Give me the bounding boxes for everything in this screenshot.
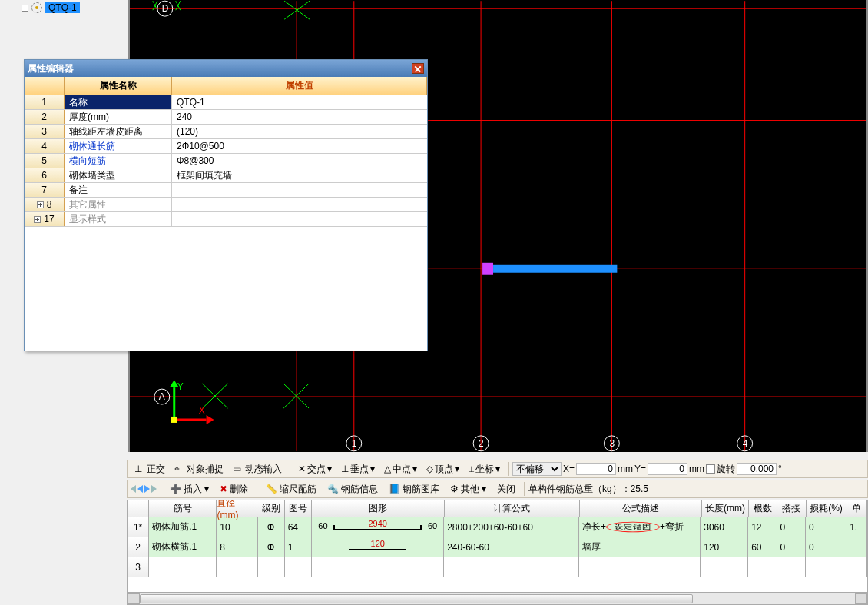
perp-button[interactable]: ⊥ 垂点 ▾ — [337, 461, 379, 477]
table-cell[interactable]: Φ — [258, 537, 285, 557]
expand-icon[interactable] — [37, 201, 44, 208]
hdr-extra[interactable]: 单 — [846, 500, 867, 517]
table-cell[interactable]: 10 — [217, 517, 257, 537]
scroll-right-icon[interactable] — [855, 593, 867, 604]
table-cell[interactable] — [285, 557, 313, 577]
y-input[interactable] — [648, 463, 687, 475]
property-row[interactable]: 8其它属性 — [25, 198, 427, 212]
rotate-input[interactable] — [737, 463, 777, 475]
scale-button[interactable]: 📏缩尺配筋 — [261, 481, 321, 497]
rebar-table[interactable]: 筋号 直径(mm) 级别 图号 图形 计算公式 公式描述 长度(mm) 根数 搭… — [127, 500, 868, 593]
osnap-button[interactable]: ⌖对象捕捉 — [171, 461, 227, 477]
table-cell[interactable]: 0 — [806, 517, 846, 537]
table-row[interactable]: 2砌体横筋.18Φ1120240-60-60墙厚1206000 — [128, 537, 867, 557]
table-cell[interactable]: 1. — [846, 517, 867, 537]
property-value[interactable] — [172, 183, 427, 197]
table-cell[interactable]: 60 — [748, 537, 777, 557]
formula-desc-cell[interactable]: 墙厚 — [579, 537, 701, 557]
property-row[interactable]: 17显示样式 — [25, 212, 427, 227]
close-icon[interactable] — [412, 63, 424, 74]
rebarlib-button[interactable]: 📘钢筋图库 — [384, 481, 444, 497]
hdr-tno[interactable]: 图号 — [285, 500, 312, 517]
shape-cell[interactable]: 120 — [312, 537, 444, 557]
coord-button[interactable]: ⟂ 坐标 ▾ — [465, 461, 504, 477]
table-cell[interactable]: 2 — [128, 537, 149, 557]
table-cell[interactable]: 3 — [128, 557, 149, 577]
offset-select[interactable]: 不偏移 — [512, 462, 562, 476]
table-cell[interactable] — [748, 557, 777, 577]
table-cell[interactable]: 2800+200+60-60+60 — [444, 517, 579, 537]
table-cell[interactable] — [149, 557, 217, 577]
rotate-checkbox[interactable] — [706, 464, 715, 474]
formula-desc-cell[interactable] — [579, 557, 701, 577]
table-cell[interactable]: 120 — [701, 537, 748, 557]
table-cell[interactable] — [806, 557, 846, 577]
x-input[interactable] — [576, 463, 616, 475]
property-value[interactable]: (120) — [172, 125, 427, 138]
table-cell[interactable]: 1 — [285, 537, 313, 557]
mid-button[interactable]: △ 中点 ▾ — [380, 461, 421, 477]
property-row[interactable]: 3轴线距左墙皮距离(120) — [25, 125, 427, 139]
property-row[interactable]: 5横向短筋Φ8@300 — [25, 154, 427, 168]
table-cell[interactable] — [444, 557, 579, 577]
property-editor-titlebar[interactable]: 属性编辑器 — [25, 60, 427, 77]
dyninput-button[interactable]: ▭动态输入 — [229, 461, 286, 477]
hdr-lvl[interactable]: 级别 — [257, 500, 284, 517]
close-panel-button[interactable]: 关闭 — [492, 481, 520, 497]
cross-button[interactable]: ✕ 交点 ▾ — [294, 461, 336, 477]
tree-item-qtq[interactable]: QTQ-1 — [22, 2, 80, 13]
hdr-desc[interactable]: 公式描述 — [580, 500, 702, 517]
scroll-thumb[interactable] — [140, 594, 693, 603]
table-cell[interactable] — [701, 557, 748, 577]
table-cell[interactable] — [217, 557, 257, 577]
scroll-left-icon[interactable] — [128, 593, 140, 604]
property-row[interactable]: 2厚度(mm)240 — [25, 110, 427, 125]
nav-next-icon[interactable] — [144, 485, 150, 493]
property-value[interactable]: 2Φ10@500 — [172, 139, 427, 153]
hdr-loss[interactable]: 损耗(%) — [807, 500, 847, 517]
property-value[interactable]: QTQ-1 — [172, 95, 427, 109]
ortho-button[interactable]: ⊥正交 — [131, 461, 169, 477]
hdr-bar[interactable]: 筋号 — [149, 500, 217, 517]
property-value[interactable] — [172, 198, 427, 211]
expand-icon[interactable] — [34, 216, 41, 223]
delete-button[interactable]: ✖删除 — [215, 481, 253, 497]
property-value[interactable] — [172, 212, 427, 226]
table-cell[interactable]: 砌体加筋.1 — [149, 517, 217, 537]
table-cell[interactable]: 240-60-60 — [444, 537, 579, 557]
nav-first-icon[interactable] — [131, 485, 136, 493]
nav-last-icon[interactable] — [151, 485, 157, 493]
expand-icon[interactable] — [22, 5, 28, 12]
table-cell[interactable]: 1* — [128, 517, 149, 537]
end-button[interactable]: ◇ 顶点 ▾ — [422, 461, 463, 477]
table-cell[interactable] — [777, 557, 806, 577]
table-cell[interactable]: 0 — [777, 537, 806, 557]
table-row[interactable]: 3 — [128, 557, 867, 577]
hdr-len[interactable]: 长度(mm) — [702, 500, 750, 517]
table-cell[interactable] — [258, 557, 285, 577]
table-cell[interactable]: Φ — [258, 517, 285, 537]
table-cell[interactable]: 0 — [777, 517, 806, 537]
nav-prev-icon[interactable] — [137, 485, 143, 493]
property-row[interactable]: 1名称QTQ-1 — [25, 95, 427, 110]
table-cell[interactable]: 8 — [217, 537, 257, 557]
shape-cell[interactable]: 60602940 — [312, 517, 444, 537]
table-cell[interactable]: 3060 — [701, 517, 748, 537]
property-row[interactable]: 4砌体通长筋2Φ10@500 — [25, 139, 427, 154]
hdr-calc[interactable]: 计算公式 — [445, 500, 580, 517]
table-cell[interactable]: 砌体横筋.1 — [149, 537, 217, 557]
property-value[interactable]: 框架间填充墙 — [172, 168, 427, 182]
formula-desc-cell[interactable]: 净长+设定锚固+弯折 — [579, 517, 701, 537]
property-editor-dialog[interactable]: 属性编辑器 属性名称 属性值 1名称QTQ-12厚度(mm)2403轴线距左墙皮… — [24, 59, 428, 351]
property-value[interactable]: Φ8@300 — [172, 154, 427, 168]
hdr-shape[interactable]: 图形 — [312, 500, 445, 517]
table-row[interactable]: 1*砌体加筋.110Φ64606029402800+200+60-60+60净长… — [128, 517, 867, 537]
table-cell[interactable] — [846, 537, 867, 557]
property-row[interactable]: 6砌体墙类型框架间填充墙 — [25, 168, 427, 183]
table-cell[interactable]: 0 — [806, 537, 846, 557]
rebarinfo-button[interactable]: 🔩钢筋信息 — [323, 481, 383, 497]
horizontal-scrollbar[interactable] — [127, 593, 868, 605]
wall-segment[interactable] — [482, 263, 617, 275]
property-row[interactable]: 7备注 — [25, 183, 427, 198]
table-cell[interactable]: 64 — [285, 517, 313, 537]
